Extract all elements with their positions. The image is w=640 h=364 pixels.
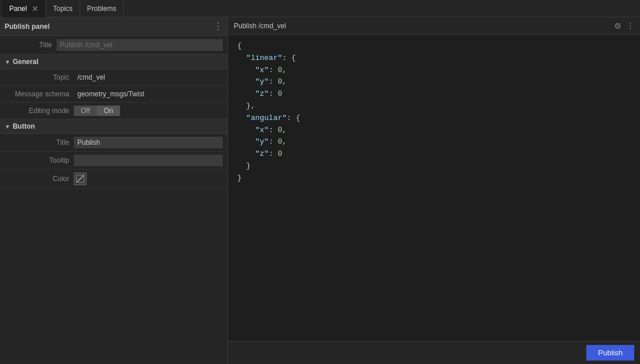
button-section-header[interactable]: ▼ Button bbox=[0, 119, 227, 134]
color-label: Color bbox=[5, 175, 74, 183]
tab-problems-label: Problems bbox=[87, 5, 117, 13]
tab-panel-label: Panel bbox=[9, 5, 27, 13]
general-section-label: General bbox=[13, 58, 39, 66]
panel-title-input[interactable] bbox=[57, 39, 223, 51]
tab-topics[interactable]: Topics bbox=[46, 0, 80, 17]
right-panel: Publish /cmd_vel ⚙ ⋮ { "linear": { "x": … bbox=[228, 17, 640, 364]
editing-mode-toggle: Off On bbox=[74, 106, 120, 116]
menu-icon[interactable]: ⋮ bbox=[626, 21, 634, 31]
right-panel-header: Publish /cmd_vel ⚙ ⋮ bbox=[228, 17, 640, 35]
color-swatch[interactable] bbox=[74, 172, 87, 185]
code-line-7: "angular": { bbox=[237, 112, 631, 125]
code-line-8: "x": 0, bbox=[237, 125, 631, 137]
tab-panel[interactable]: Panel ✕ bbox=[2, 0, 46, 17]
right-panel-title: Publish /cmd_vel bbox=[234, 22, 286, 30]
code-line-2: "linear": { bbox=[237, 52, 631, 65]
panel-title-row: Title bbox=[0, 36, 227, 55]
topic-value: /cmd_vel bbox=[74, 72, 223, 82]
button-title-row: Title bbox=[0, 134, 227, 152]
tab-topics-label: Topics bbox=[53, 5, 73, 13]
general-chevron-icon: ▼ bbox=[5, 59, 10, 65]
code-line-1: { bbox=[237, 40, 631, 52]
tab-close-icon[interactable]: ✕ bbox=[32, 4, 39, 13]
right-panel-icons: ⚙ ⋮ bbox=[614, 21, 634, 31]
left-panel: Publish panel ⋮ Title ▼ General Topic /c… bbox=[0, 17, 228, 364]
panel-menu-icon[interactable]: ⋮ bbox=[214, 22, 223, 31]
code-line-12: } bbox=[237, 172, 631, 185]
bottom-bar: Publish bbox=[228, 341, 640, 364]
general-section-header[interactable]: ▼ General bbox=[0, 55, 227, 69]
tooltip-label: Tooltip bbox=[5, 156, 74, 164]
tooltip-row: Tooltip bbox=[0, 152, 227, 170]
code-editor[interactable]: { "linear": { "x": 0, "y": 0, "z": 0 }, … bbox=[228, 35, 640, 341]
color-swatch-diagonal-icon bbox=[76, 175, 84, 183]
editing-mode-row: Editing mode Off On bbox=[0, 103, 227, 119]
button-title-input[interactable] bbox=[74, 137, 223, 148]
code-line-6: }, bbox=[237, 100, 631, 112]
code-line-4: "y": 0, bbox=[237, 76, 631, 88]
code-line-11: } bbox=[237, 160, 631, 172]
message-schema-row: Message schema geometry_msgs/Twist bbox=[0, 86, 227, 103]
button-chevron-icon: ▼ bbox=[5, 123, 10, 130]
code-line-10: "z": 0 bbox=[237, 148, 631, 160]
color-row: Color bbox=[0, 170, 227, 189]
tab-bar: Panel ✕ Topics Problems bbox=[0, 0, 640, 17]
publish-button[interactable]: Publish bbox=[586, 345, 634, 361]
message-schema-value: geometry_msgs/Twist bbox=[74, 89, 223, 99]
code-line-9: "y": 0, bbox=[237, 136, 631, 148]
tab-problems[interactable]: Problems bbox=[80, 0, 124, 17]
main-content: Publish panel ⋮ Title ▼ General Topic /c… bbox=[0, 17, 640, 364]
panel-title-label: Title bbox=[5, 41, 57, 49]
panel-header-title: Publish panel bbox=[5, 22, 50, 31]
code-line-3: "x": 0, bbox=[237, 65, 631, 77]
toggle-off-button[interactable]: Off bbox=[74, 106, 97, 116]
button-section-label: Button bbox=[13, 122, 35, 130]
toggle-on-button[interactable]: On bbox=[97, 106, 120, 116]
gear-icon[interactable]: ⚙ bbox=[614, 21, 622, 31]
panel-header: Publish panel ⋮ bbox=[0, 17, 227, 36]
topic-label: Topic bbox=[5, 73, 74, 81]
button-title-label: Title bbox=[5, 138, 74, 147]
editing-mode-label: Editing mode bbox=[5, 107, 74, 115]
message-schema-label: Message schema bbox=[5, 90, 74, 98]
tooltip-input[interactable] bbox=[74, 155, 223, 166]
code-line-5: "z": 0 bbox=[237, 88, 631, 100]
topic-row: Topic /cmd_vel bbox=[0, 69, 227, 86]
